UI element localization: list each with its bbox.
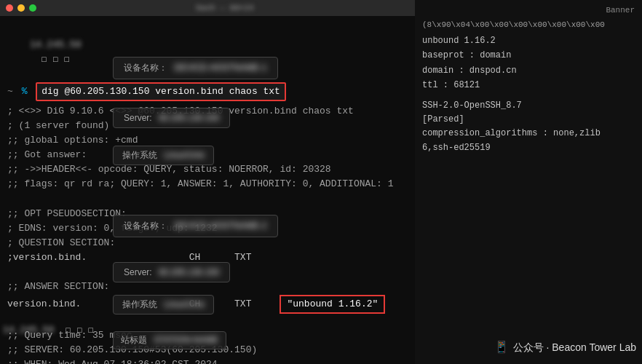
terminal-top-bar: bash — 80×24 xyxy=(0,0,415,16)
overlay-os-1: 操作系统 Linux/Unix xyxy=(113,146,214,165)
terminal-title: bash — 80×24 xyxy=(196,4,253,12)
ip-line-bottom: 14.245.50 ☐ ☐ ☐ xyxy=(3,324,94,336)
minimize-dot[interactable] xyxy=(17,4,25,12)
overlay-value-5: 60.205.130.150 xyxy=(159,267,219,277)
watermark: 📱 公众号 · Beacon Tower Lab xyxy=(494,338,636,357)
overlay-label-1: 设备名称： xyxy=(124,63,167,73)
overlay-value-6: Linux/Unix xyxy=(164,299,205,309)
overlay-server-2: Server: 60.205.130.150 xyxy=(113,262,230,282)
output-line-15: ;; WHEN: Wed Aug 07 18:36:02 CST 2024 xyxy=(7,357,408,364)
overlay-label-3: 操作系统 xyxy=(122,150,157,160)
overlay-device-name-2: 设备名称： DEVICE-HOSTNAME-2 xyxy=(113,215,278,237)
answer-value: "unbound 1.16.2" xyxy=(280,295,385,314)
ip-blurred-top: 14.245.50 xyxy=(30,38,81,52)
output-line-9: ; QUESTION SECTION: xyxy=(7,236,408,250)
ssh-line-0: SSH-2.0-OpenSSH_8.7 xyxy=(422,99,635,113)
close-dot[interactable] xyxy=(6,4,13,12)
ssh-line-3: 6,ssh-ed25519 xyxy=(422,141,635,155)
prompt-tilde: ~ xyxy=(7,84,13,99)
banner-label: Banner xyxy=(422,4,635,17)
maximize-dot[interactable] xyxy=(29,4,36,12)
ssh-line-1: [Parsed] xyxy=(422,113,635,127)
output-line-5: ;; flags: qr rd ra; QUERY: 1, ANSWER: 1,… xyxy=(7,177,408,191)
prompt-line: ~ % dig @60.205.130.150 version.bind cha… xyxy=(7,82,408,101)
overlay-value-3: Linux/Unix xyxy=(164,150,205,160)
info-baseprot: baseprot : domain xyxy=(422,49,635,63)
overlay-value-2: 60.205.130.150 xyxy=(159,113,219,123)
overlay-station: 站标题 STATION-NAME xyxy=(113,331,226,349)
overlay-station-label: 站标题 xyxy=(121,335,147,345)
ssh-line-2: compression_algorithms : none,zlib xyxy=(422,127,635,141)
ip-blurred-bottom: 14.245.50 xyxy=(3,325,54,336)
overlay-label-4: 设备名称： xyxy=(124,221,167,231)
overlay-station-value: STATION-NAME xyxy=(154,335,218,345)
overlay-label-5: Server: xyxy=(124,267,152,277)
overlay-server-1: Server: 60.205.130.150 xyxy=(113,108,230,128)
output-line-6 xyxy=(7,192,408,207)
prompt-percent: % xyxy=(22,84,28,99)
overlay-value-4: DEVICE-HOSTNAME-2 xyxy=(174,221,266,231)
info-domain: domain : dnspod.cn xyxy=(422,64,635,78)
wechat-icon: 📱 xyxy=(494,338,509,357)
command-text: dig @60.205.130.150 version.bind chaos t… xyxy=(36,82,286,101)
watermark-text: 公众号 · Beacon Tower Lab xyxy=(513,339,636,355)
info-ttl: ttl : 68121 xyxy=(422,79,635,92)
info-unbound: unbound 1.16.2 xyxy=(422,34,635,48)
overlay-label-6: 操作系统 xyxy=(122,299,157,309)
overlay-os-2: 操作系统 Linux/Unix xyxy=(113,295,214,314)
overlay-label-2: Server: xyxy=(124,113,152,123)
overlay-value-1: DEVICE-HOSTNAME-1 xyxy=(174,63,266,73)
hex-line: (8\x90\x04\x00\x00\x00\x00\x00\x00\x00 xyxy=(422,19,635,32)
right-panel: Banner (8\x90\x04\x00\x00\x00\x00\x00\x0… xyxy=(415,0,642,364)
overlay-device-name-1: 设备名称： DEVICE-HOSTNAME-1 xyxy=(113,57,278,79)
